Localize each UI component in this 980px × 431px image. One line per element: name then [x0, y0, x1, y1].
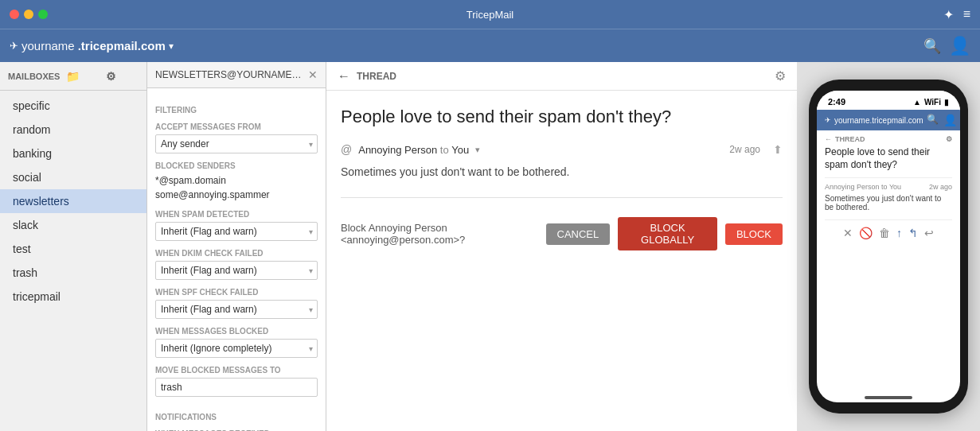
- blocked-senders-label: BLOCKED SENDERS: [155, 161, 318, 170]
- to-label: to: [440, 144, 451, 156]
- phone-search-icon[interactable]: 🔍: [927, 114, 939, 126]
- spf-dropdown-arrow: ▾: [309, 305, 313, 314]
- phone-reply-icon[interactable]: ↰: [908, 227, 918, 239]
- thread-body: People love to send their spam don't the…: [326, 91, 797, 431]
- dkim-dropdown-arrow: ▾: [309, 266, 313, 275]
- blocked-sender-1: *@spam.domain: [155, 173, 318, 188]
- move-blocked-input[interactable]: [155, 378, 318, 397]
- thread-label: THREAD: [357, 71, 768, 82]
- sidebar-item-newsletters[interactable]: newsletters: [0, 189, 146, 213]
- dkim-label: WHEN DKIM CHECK FAILED: [155, 249, 318, 258]
- filtering-section-label: FILTERING: [155, 106, 318, 115]
- phone-back-arrow-icon: ←: [825, 135, 832, 143]
- phone-close-icon[interactable]: ✕: [843, 227, 853, 239]
- folder-icon[interactable]: 📁: [66, 70, 99, 83]
- phone-body: ← THREAD ⚙ People love to send their spa…: [817, 130, 960, 390]
- middle-panel: NEWSLETTERS@YOURNAME.TRI ✕ FILTERING ACC…: [147, 62, 326, 431]
- recipient-name: You: [451, 144, 469, 156]
- sidebar-item-test[interactable]: test: [0, 237, 146, 261]
- blocked-sender-2: some@annoying.spammer: [155, 188, 318, 202]
- back-arrow-icon[interactable]: ←: [338, 69, 350, 83]
- tab-label: NEWSLETTERS@YOURNAME.TRI: [155, 69, 303, 80]
- maximize-button[interactable]: [38, 10, 48, 19]
- phone-screen: 2:49 ▲ WiFi ▮ ✈ yourname.tricepmail.com …: [817, 91, 960, 402]
- blocked-msg-dropdown-arrow: ▾: [309, 344, 313, 353]
- sidebar-item-slack[interactable]: slack: [0, 213, 146, 237]
- sidebar: MAILBOXES 📁 ⚙ specific random banking so…: [0, 62, 147, 431]
- phone-thread-title: People love to send their spam don't the…: [825, 146, 952, 171]
- divider: [341, 197, 783, 198]
- phone-from: Annoying Person to You: [825, 183, 901, 191]
- phone-stop-icon[interactable]: 🚫: [859, 227, 873, 239]
- minimize-button[interactable]: [24, 10, 33, 19]
- spf-input[interactable]: [155, 300, 318, 319]
- close-button[interactable]: [10, 10, 19, 19]
- at-icon: @: [341, 143, 352, 156]
- sidebar-item-random[interactable]: random: [0, 118, 146, 142]
- main: MAILBOXES 📁 ⚙ specific random banking so…: [0, 62, 980, 431]
- account-right: 🔍 👤: [923, 36, 970, 56]
- phone-divider-1: [825, 177, 952, 178]
- thread-gear-icon[interactable]: ⚙: [775, 68, 786, 83]
- gear-icon[interactable]: ⚙: [106, 70, 139, 83]
- block-button[interactable]: BLOCK: [725, 223, 783, 245]
- account-name[interactable]: ✈ yourname .tricepmail.com ▾: [10, 39, 923, 52]
- accountbar: ✈ yourname .tricepmail.com ▾ 🔍 👤: [0, 29, 980, 62]
- blocked-msg-field-row: ▾: [155, 339, 318, 358]
- blocked-msg-input[interactable]: [155, 339, 318, 358]
- dropdown-arrow[interactable]: ▾: [169, 41, 174, 52]
- phone-signal-icon: ▲: [913, 98, 921, 107]
- phone-nav-arrow-icon: ✈: [825, 116, 831, 124]
- sidebar-item-specific[interactable]: specific: [0, 94, 146, 118]
- accept-input[interactable]: [155, 134, 318, 153]
- spam-input[interactable]: [155, 222, 318, 241]
- phone-message-time: 2w ago: [929, 183, 952, 191]
- tab-close-button[interactable]: ✕: [308, 68, 318, 81]
- cancel-button[interactable]: CANCEL: [546, 223, 611, 245]
- sidebar-header-label: MAILBOXES: [8, 72, 60, 81]
- phone-thread-label: ← THREAD ⚙: [825, 135, 952, 143]
- phone-home-bar[interactable]: [865, 396, 912, 399]
- message-time: 2w ago: [729, 144, 760, 155]
- phone-time: 2:49: [828, 97, 845, 107]
- phone-reply-all-icon[interactable]: ↩: [924, 227, 934, 239]
- sidebar-item-trash[interactable]: trash: [0, 261, 146, 285]
- move-blocked-label: MOVE BLOCKED MESSAGES TO: [155, 366, 318, 375]
- phone-message-body: Sometimes you just don't want to be both…: [825, 194, 952, 212]
- user-avatar[interactable]: 👤: [949, 36, 970, 56]
- move-blocked-field-row: [155, 378, 318, 397]
- message-from: Annoying Person to You: [358, 144, 469, 156]
- block-globally-button[interactable]: BLOCK GLOBALLY: [618, 217, 717, 250]
- sidebar-item-social[interactable]: social: [0, 165, 146, 189]
- menu-icon[interactable]: ≡: [963, 7, 970, 22]
- dkim-input[interactable]: [155, 261, 318, 280]
- phone-actions: ✕ 🚫 🗑 ↑ ↰ ↩: [825, 227, 952, 239]
- thread-header: ← THREAD ⚙: [326, 62, 797, 91]
- extensions-icon[interactable]: ✦: [943, 7, 954, 22]
- nav-arrow-icon: ✈: [10, 40, 18, 52]
- phone-trash-icon[interactable]: 🗑: [879, 227, 890, 239]
- phone-mockup: 2:49 ▲ WiFi ▮ ✈ yourname.tricepmail.com …: [797, 62, 980, 431]
- message-export-icon[interactable]: ⬆: [773, 143, 783, 156]
- thread-title: People love to send their spam don't the…: [341, 107, 783, 127]
- phone-battery-icon: ▮: [944, 98, 949, 107]
- sidebar-item-tricepmail[interactable]: tricepmail: [0, 285, 146, 309]
- app-title: TricepMail: [467, 9, 513, 21]
- middle-header: NEWSLETTERS@YOURNAME.TRI ✕: [147, 62, 326, 88]
- spf-label: WHEN SPF CHECK FAILED: [155, 288, 318, 297]
- search-icon[interactable]: 🔍: [923, 37, 941, 55]
- sidebar-item-banking[interactable]: banking: [0, 142, 146, 165]
- phone-outer: 2:49 ▲ WiFi ▮ ✈ yourname.tricepmail.com …: [809, 80, 968, 414]
- sender-name: Annoying Person: [358, 144, 437, 156]
- block-prompt-text: Block Annoying Person <annoying@person.c…: [341, 222, 538, 246]
- phone-upload-icon[interactable]: ↑: [896, 227, 902, 239]
- thread-panel: ← THREAD ⚙ People love to send their spa…: [326, 62, 797, 431]
- accept-label: ACCEPT MESSAGES FROM: [155, 122, 318, 131]
- phone-user-icon[interactable]: 👤: [943, 114, 957, 126]
- middle-content: FILTERING ACCEPT MESSAGES FROM ▾ BLOCKED…: [147, 88, 326, 431]
- phone-gear-icon: ⚙: [946, 135, 952, 143]
- notifications-section: NOTIFICATIONS WHEN MESSAGES RECEIVED ▾: [155, 413, 318, 431]
- phone-account-name: yourname.tricepmail.com: [834, 116, 923, 125]
- spf-field-row: ▾: [155, 300, 318, 319]
- message-dropdown-arrow[interactable]: ▾: [475, 145, 480, 155]
